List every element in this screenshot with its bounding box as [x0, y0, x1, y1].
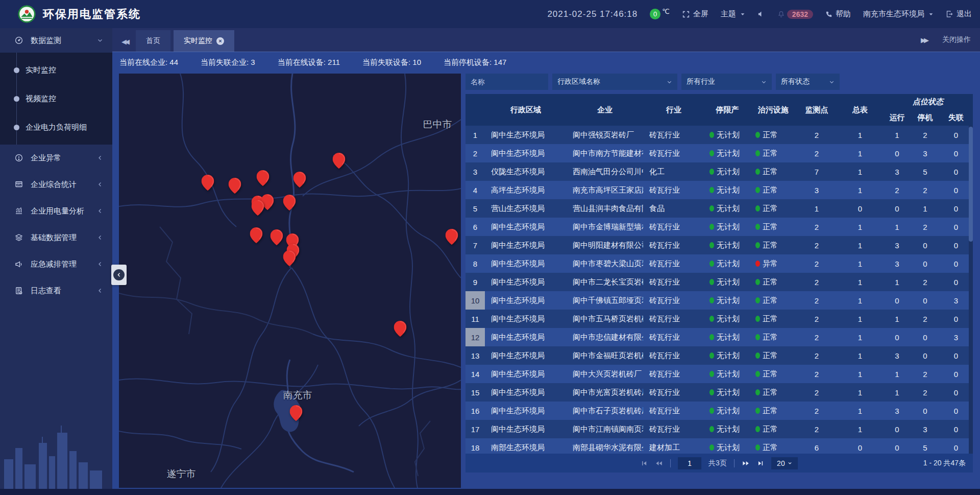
tab-realtime-monitor[interactable]: 实时监控 × [174, 30, 234, 52]
table-body: 1阆中生态环境局阆中强锐页岩砖厂砖瓦行业无计划正常211202阆中生态环境局阆中… [465, 126, 973, 454]
tabs-scroll-right-icon[interactable]: ▶▶ [921, 36, 927, 44]
region-filter-select[interactable]: 行政区域名称 [552, 74, 677, 90]
cell-master-meter: 0 [837, 204, 883, 213]
table-row[interactable]: 7阆中生态环境局阆中明阳建材有限公司砖瓦行业无计划正常21300 [465, 236, 973, 254]
cell-master-meter: 1 [837, 149, 883, 158]
table-scrollbar[interactable] [969, 126, 973, 454]
page-number-input[interactable] [678, 457, 701, 469]
tab-home[interactable]: 首页 [136, 30, 170, 52]
table-row[interactable]: 16阆中生态环境局阆中市石子页岩机砖厂砖瓦行业无计划正常21300 [465, 402, 973, 420]
cell-stopped: 5 [911, 443, 939, 452]
map-pin-icon[interactable] [283, 250, 296, 266]
sidebar-item-企业用电量分析[interactable]: 企业用电量分析 [0, 198, 112, 224]
status-dot-green-icon [755, 389, 760, 395]
sidebar-subitem-企业电力负荷明细[interactable]: 企业电力负荷明细 [0, 113, 112, 142]
temperature-badge: 0 [650, 9, 660, 19]
industry-filter-select[interactable]: 所有行业 [681, 74, 772, 90]
cell-master-meter: 1 [837, 260, 883, 268]
table-row[interactable]: 4高坪生态环境局南充市高坪区王家店建砖瓦行业无计划正常31220 [465, 181, 973, 199]
map-pin-icon[interactable] [446, 229, 458, 245]
table-row[interactable]: 2阆中生态环境局阆中市南方节能建材有砖瓦行业无计划正常21030 [465, 144, 973, 162]
table-row[interactable]: 9阆中生态环境局阆中市二龙长宝页岩砖砖瓦行业无计划正常21120 [465, 273, 973, 291]
stat-当前停机设备: 当前停机设备: 147 [444, 58, 506, 67]
table-row[interactable]: 17阆中生态环境局阆中市江南镇阆南页岩砖瓦行业无计划正常21030 [465, 420, 973, 438]
map-pin-icon[interactable] [250, 227, 263, 243]
map-panel[interactable]: 巴中市南充市遂宁市 [119, 74, 461, 488]
table-row[interactable]: 12阆中生态环境局阆中市忠信建材有限公砖瓦行业无计划正常21003 [465, 328, 973, 346]
tabs-scroll-left-icon[interactable]: ◀◀ [121, 38, 128, 45]
cell-pollution-facility-label: 正常 [763, 130, 778, 140]
cell-stopped: 0 [911, 333, 939, 342]
cell-stopped: 5 [911, 168, 939, 176]
cell-region: 阆中生态环境局 [485, 277, 567, 287]
last-page-icon[interactable] [757, 460, 764, 467]
map-pin-icon[interactable] [257, 170, 270, 186]
theme-dropdown[interactable]: 主题 [721, 9, 745, 19]
cell-row-number: 11 [465, 310, 485, 328]
close-operations-button[interactable]: 关闭操作 [942, 35, 971, 44]
sound-icon[interactable] [757, 10, 765, 18]
page-size-select[interactable]: 20 [771, 457, 798, 469]
table-row[interactable]: 11阆中生态环境局阆中市五马桥页岩机砖砖瓦行业无计划正常21120 [465, 310, 973, 328]
table-row[interactable]: 6阆中生态环境局阆中市金博瑞新型墙材砖瓦行业无计划正常21120 [465, 218, 973, 236]
notifications[interactable]: 2632 [777, 10, 813, 19]
status-dot-green-icon [755, 371, 760, 377]
next-page-icon[interactable] [742, 460, 750, 467]
map-pin-icon[interactable] [290, 405, 303, 421]
cell-pollution-facility: 正常 [750, 149, 796, 158]
status-dot-green-icon [709, 242, 714, 248]
sidebar-collapse-button[interactable] [111, 265, 127, 285]
status-filter-select[interactable]: 所有状态 [776, 74, 840, 90]
sidebar-item-基础数据管理[interactable]: 基础数据管理 [0, 224, 112, 251]
cell-company: 阆中市江南镇阆南页岩 [567, 425, 643, 434]
table-row[interactable]: 15阆中生态环境局阆中市光富页岩机砖厂砖瓦行业无计划正常21120 [465, 383, 973, 402]
sidebar-item-日志查看[interactable]: 日志查看 [0, 277, 112, 304]
table-row[interactable]: 3仪陇生态环境局西南油气田分公司川中化工无计划正常71350 [465, 162, 973, 181]
table-row[interactable]: 8阆中生态环境局阆中市枣碧大梁山页岩砖瓦行业无计划异常21300 [465, 254, 973, 273]
sidebar-item-数据监测[interactable]: 数据监测 [0, 28, 112, 53]
map-pin-icon[interactable] [271, 229, 283, 245]
cell-row-number: 9 [465, 273, 485, 291]
sidebar-item-应急减排管理[interactable]: 应急减排管理 [0, 251, 112, 277]
map-pin-icon[interactable] [394, 321, 407, 337]
cell-monitor-points: 2 [796, 315, 837, 323]
name-filter-input[interactable] [465, 74, 548, 90]
map-pin-icon[interactable] [202, 175, 214, 191]
cell-row-number: 4 [465, 181, 485, 199]
first-page-icon[interactable] [641, 460, 648, 467]
map-pin-icon[interactable] [293, 172, 306, 187]
cell-region: 仪陇生态环境局 [485, 167, 567, 177]
map-roads [119, 74, 461, 488]
cell-master-meter: 1 [837, 370, 883, 379]
map-pin-icon[interactable] [283, 195, 296, 210]
table-row[interactable]: 10阆中生态环境局阆中千佛镇五郎垭页岩砖瓦行业无计划正常21003 [465, 291, 973, 310]
table-row[interactable]: 5营山生态环境局营山县润丰肉食品有限食品无计划正常10010 [465, 199, 973, 218]
map-pin-icon[interactable] [333, 153, 346, 169]
cell-monitor-points: 3 [796, 186, 837, 195]
sidebar-subitem-视频监控[interactable]: 视频监控 [0, 84, 112, 113]
cell-monitor-points: 2 [796, 149, 837, 158]
stats-bar: 当前在线企业: 44当前失联企业: 3当前在线设备: 211当前失联设备: 10… [112, 52, 980, 74]
logout-button[interactable]: 退出 [946, 9, 972, 19]
sidebar-subitem-实时监控[interactable]: 实时监控 [0, 56, 112, 84]
status-dot-green-icon [709, 169, 714, 175]
table-row[interactable]: 14阆中生态环境局阆中大兴页岩机砖厂砖瓦行业无计划正常21120 [465, 365, 973, 383]
fullscreen-button[interactable]: 全屏 [682, 9, 708, 19]
cell-region: 阆中生态环境局 [485, 296, 567, 305]
table-row[interactable]: 18南部生态环境局南部县砌华水泥有限公建材加工无计划正常60050 [465, 438, 973, 454]
cell-pollution-facility: 正常 [750, 204, 796, 214]
sidebar-item-企业异常[interactable]: 企业异常 [0, 145, 112, 171]
table-row[interactable]: 1阆中生态环境局阆中强锐页岩砖厂砖瓦行业无计划正常21120 [465, 126, 973, 144]
help-button[interactable]: 帮助 [825, 9, 851, 19]
cell-region: 阆中生态环境局 [485, 149, 567, 158]
table-row[interactable]: 13阆中生态环境局阆中市金福旺页岩机砖砖瓦行业无计划正常21300 [465, 346, 973, 365]
sidebar-item-企业综合统计[interactable]: 企业综合统计 [0, 171, 112, 198]
map-pin-icon[interactable] [229, 178, 241, 194]
cell-offline: 0 [939, 278, 973, 287]
scrollbar-thumb[interactable] [969, 127, 973, 242]
status-dot-green-icon [709, 187, 714, 193]
map-pin-icon[interactable] [252, 200, 264, 216]
user-dropdown[interactable]: 南充市生态环境局 [863, 9, 934, 19]
close-tab-icon[interactable]: × [216, 37, 224, 45]
prev-page-icon[interactable] [655, 460, 663, 467]
